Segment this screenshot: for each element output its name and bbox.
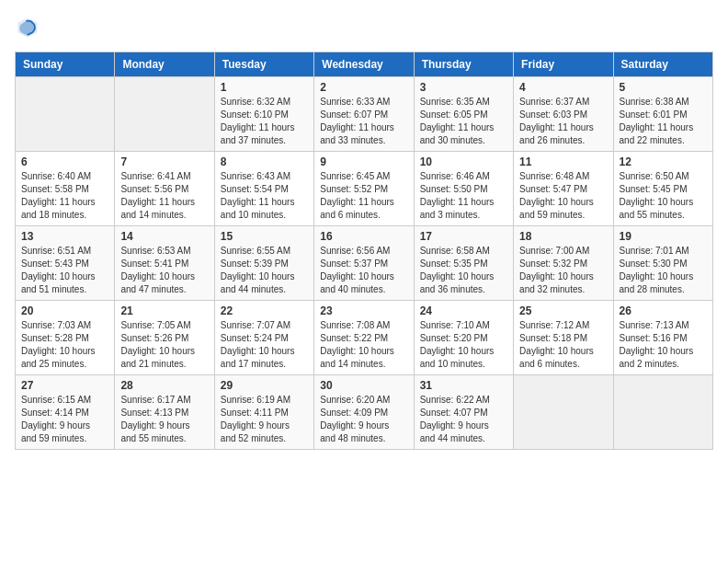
day-info: Sunrise: 6:15 AM Sunset: 4:14 PM Dayligh… [21,394,108,445]
day-info: Sunrise: 7:07 AM Sunset: 5:24 PM Dayligh… [221,319,308,371]
day-info: Sunrise: 6:51 AM Sunset: 5:43 PM Dayligh… [21,245,108,296]
logo-icon [15,15,40,40]
day-number: 14 [120,230,208,243]
calendar-header-row: SundayMondayTuesdayWednesdayThursdayFrid… [16,52,713,77]
calendar-cell: 25Sunrise: 7:12 AM Sunset: 5:18 PM Dayli… [514,301,613,375]
calendar-cell: 3Sunrise: 6:35 AM Sunset: 6:05 PM Daylig… [414,77,513,152]
calendar-week-row: 20Sunrise: 7:03 AM Sunset: 5:28 PM Dayli… [16,301,713,375]
day-number: 12 [620,155,707,168]
calendar-cell [115,77,214,152]
day-info: Sunrise: 6:38 AM Sunset: 6:01 PM Dayligh… [620,96,707,147]
day-info: Sunrise: 7:03 AM Sunset: 5:28 PM Dayligh… [21,319,108,371]
calendar-header-tuesday: Tuesday [214,52,313,77]
day-info: Sunrise: 6:43 AM Sunset: 5:54 PM Dayligh… [221,170,308,222]
day-info: Sunrise: 6:22 AM Sunset: 4:07 PM Dayligh… [420,394,507,445]
day-number: 22 [221,304,308,317]
day-info: Sunrise: 6:19 AM Sunset: 4:11 PM Dayligh… [221,394,308,445]
calendar-header-monday: Monday [115,52,214,77]
day-info: Sunrise: 6:37 AM Sunset: 6:03 PM Dayligh… [519,96,607,147]
day-info: Sunrise: 6:46 AM Sunset: 5:50 PM Dayligh… [420,170,507,222]
day-number: 8 [221,155,308,168]
calendar-cell: 28Sunrise: 6:17 AM Sunset: 4:13 PM Dayli… [115,375,214,450]
day-number: 3 [420,81,507,94]
day-info: Sunrise: 6:53 AM Sunset: 5:41 PM Dayligh… [120,245,208,296]
day-number: 6 [21,155,108,168]
day-info: Sunrise: 6:32 AM Sunset: 6:10 PM Dayligh… [221,96,308,147]
day-number: 30 [320,379,407,392]
calendar-cell: 6Sunrise: 6:40 AM Sunset: 5:58 PM Daylig… [16,152,115,226]
calendar-cell: 12Sunrise: 6:50 AM Sunset: 5:45 PM Dayli… [613,152,712,226]
calendar-cell [16,77,115,152]
calendar-header-saturday: Saturday [613,52,712,77]
calendar-week-row: 6Sunrise: 6:40 AM Sunset: 5:58 PM Daylig… [16,152,713,226]
calendar-cell: 20Sunrise: 7:03 AM Sunset: 5:28 PM Dayli… [16,301,115,375]
day-number: 31 [420,379,507,392]
day-number: 17 [420,230,507,243]
calendar-table: SundayMondayTuesdayWednesdayThursdayFrid… [15,52,713,450]
day-number: 5 [620,81,707,94]
calendar-week-row: 1Sunrise: 6:32 AM Sunset: 6:10 PM Daylig… [16,77,713,152]
day-number: 4 [519,81,607,94]
calendar-cell: 4Sunrise: 6:37 AM Sunset: 6:03 PM Daylig… [514,77,613,152]
page-header [15,15,713,40]
calendar-cell: 15Sunrise: 6:55 AM Sunset: 5:39 PM Dayli… [214,226,313,301]
calendar-cell: 1Sunrise: 6:32 AM Sunset: 6:10 PM Daylig… [214,77,313,152]
calendar-cell: 23Sunrise: 7:08 AM Sunset: 5:22 PM Dayli… [314,301,414,375]
calendar-cell: 24Sunrise: 7:10 AM Sunset: 5:20 PM Dayli… [414,301,513,375]
day-info: Sunrise: 7:10 AM Sunset: 5:20 PM Dayligh… [420,319,507,371]
day-number: 7 [120,155,208,168]
calendar-cell: 11Sunrise: 6:48 AM Sunset: 5:47 PM Dayli… [514,152,613,226]
day-info: Sunrise: 7:13 AM Sunset: 5:16 PM Dayligh… [620,319,707,371]
day-number: 28 [120,379,208,392]
day-info: Sunrise: 6:55 AM Sunset: 5:39 PM Dayligh… [221,245,308,296]
calendar-cell: 9Sunrise: 6:45 AM Sunset: 5:52 PM Daylig… [314,152,414,226]
calendar-header-wednesday: Wednesday [314,52,414,77]
calendar-cell: 5Sunrise: 6:38 AM Sunset: 6:01 PM Daylig… [613,77,712,152]
day-number: 19 [620,230,707,243]
day-number: 21 [120,304,208,317]
day-number: 16 [320,230,407,243]
day-info: Sunrise: 7:12 AM Sunset: 5:18 PM Dayligh… [519,319,607,371]
day-info: Sunrise: 6:40 AM Sunset: 5:58 PM Dayligh… [21,170,108,222]
calendar-cell: 18Sunrise: 7:00 AM Sunset: 5:32 PM Dayli… [514,226,613,301]
day-info: Sunrise: 7:01 AM Sunset: 5:30 PM Dayligh… [620,245,707,296]
day-number: 15 [221,230,308,243]
day-info: Sunrise: 6:56 AM Sunset: 5:37 PM Dayligh… [320,245,407,296]
calendar-cell: 13Sunrise: 6:51 AM Sunset: 5:43 PM Dayli… [16,226,115,301]
day-number: 20 [21,304,108,317]
calendar-cell: 2Sunrise: 6:33 AM Sunset: 6:07 PM Daylig… [314,77,414,152]
day-number: 10 [420,155,507,168]
day-number: 27 [21,379,108,392]
day-number: 23 [320,304,407,317]
calendar-cell: 30Sunrise: 6:20 AM Sunset: 4:09 PM Dayli… [314,375,414,450]
day-number: 9 [320,155,407,168]
day-info: Sunrise: 6:41 AM Sunset: 5:56 PM Dayligh… [120,170,208,222]
calendar-cell: 17Sunrise: 6:58 AM Sunset: 5:35 PM Dayli… [414,226,513,301]
calendar-cell: 14Sunrise: 6:53 AM Sunset: 5:41 PM Dayli… [115,226,214,301]
calendar-cell: 10Sunrise: 6:46 AM Sunset: 5:50 PM Dayli… [414,152,513,226]
day-number: 26 [620,304,707,317]
day-info: Sunrise: 7:00 AM Sunset: 5:32 PM Dayligh… [519,245,607,296]
day-number: 2 [320,81,407,94]
calendar-cell: 8Sunrise: 6:43 AM Sunset: 5:54 PM Daylig… [214,152,313,226]
day-info: Sunrise: 7:05 AM Sunset: 5:26 PM Dayligh… [120,319,208,371]
day-info: Sunrise: 6:20 AM Sunset: 4:09 PM Dayligh… [320,394,407,445]
calendar-cell [613,375,712,450]
day-info: Sunrise: 7:08 AM Sunset: 5:22 PM Dayligh… [320,319,407,371]
calendar-week-row: 27Sunrise: 6:15 AM Sunset: 4:14 PM Dayli… [16,375,713,450]
calendar-cell [514,375,613,450]
day-info: Sunrise: 6:48 AM Sunset: 5:47 PM Dayligh… [519,170,607,222]
day-number: 11 [519,155,607,168]
calendar-cell: 29Sunrise: 6:19 AM Sunset: 4:11 PM Dayli… [214,375,313,450]
calendar-cell: 31Sunrise: 6:22 AM Sunset: 4:07 PM Dayli… [414,375,513,450]
calendar-header-thursday: Thursday [414,52,513,77]
calendar-week-row: 13Sunrise: 6:51 AM Sunset: 5:43 PM Dayli… [16,226,713,301]
calendar-header-friday: Friday [514,52,613,77]
day-info: Sunrise: 6:17 AM Sunset: 4:13 PM Dayligh… [120,394,208,445]
day-number: 29 [221,379,308,392]
day-info: Sunrise: 6:58 AM Sunset: 5:35 PM Dayligh… [420,245,507,296]
day-number: 25 [519,304,607,317]
day-number: 13 [21,230,108,243]
calendar-cell: 21Sunrise: 7:05 AM Sunset: 5:26 PM Dayli… [115,301,214,375]
day-number: 18 [519,230,607,243]
